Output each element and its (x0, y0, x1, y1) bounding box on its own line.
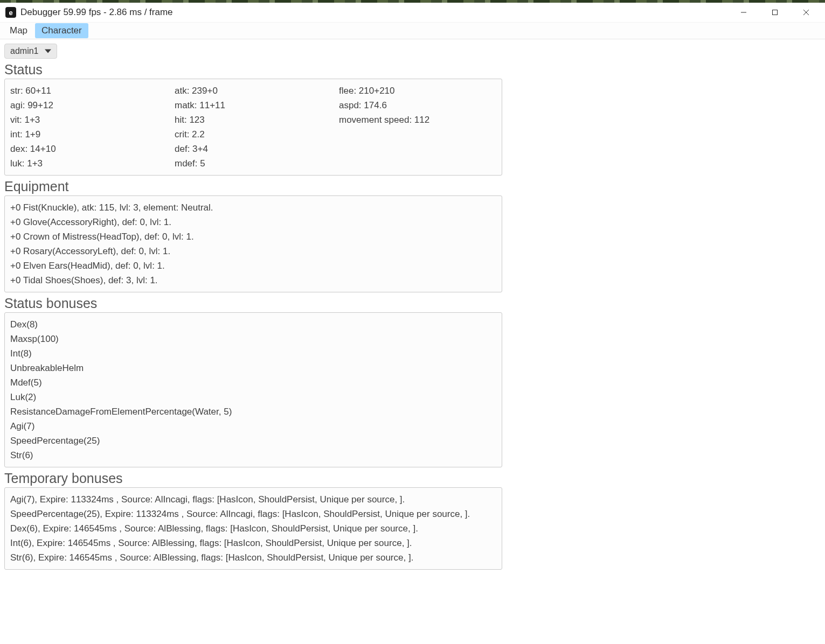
titlebar[interactable]: e Debugger 59.99 fps - 2.86 ms / frame (0, 3, 825, 22)
equipment-item: +0 Rosary(AccessoryLeft), def: 0, lvl: 1… (10, 244, 496, 258)
minimize-icon (740, 9, 747, 16)
status-heading: Status (4, 62, 821, 78)
stat-str: str: 60+11 (10, 83, 175, 98)
equipment-item: +0 Tidal Shoes(Shoes), def: 3, lvl: 1. (10, 273, 496, 288)
stat-vit: vit: 1+3 (10, 113, 175, 127)
stat-dex: dex: 14+10 (10, 142, 175, 156)
status-col-tertiary: flee: 210+210 aspd: 174.6 movement speed… (339, 83, 496, 171)
temporary-bonus-item: Int(6), Expire: 146545ms , Source: AlBle… (10, 536, 496, 550)
status-col-primary: str: 60+11 agi: 99+12 vit: 1+3 int: 1+9 … (10, 83, 175, 171)
close-button[interactable] (791, 3, 822, 22)
minimize-button[interactable] (728, 3, 759, 22)
temporary-bonus-item: Str(6), Expire: 146545ms , Source: AlBle… (10, 550, 496, 565)
stat-matk: matk: 11+11 (175, 98, 339, 113)
temporary-bonus-item: SpeedPercentage(25), Expire: 113324ms , … (10, 507, 496, 521)
status-panel: str: 60+11 agi: 99+12 vit: 1+3 int: 1+9 … (4, 79, 502, 176)
stat-crit: crit: 2.2 (175, 127, 339, 142)
menu-item-character[interactable]: Character (35, 23, 88, 38)
equipment-item: +0 Crown of Mistress(HeadTop), def: 0, l… (10, 229, 496, 244)
equipment-item: +0 Elven Ears(HeadMid), def: 0, lvl: 1. (10, 258, 496, 273)
stat-aspd: aspd: 174.6 (339, 98, 496, 113)
stat-agi: agi: 99+12 (10, 98, 175, 113)
stat-atk: atk: 239+0 (175, 83, 339, 98)
maximize-button[interactable] (759, 3, 791, 22)
status-bonus-item: UnbreakableHelm (10, 361, 496, 375)
window-title: Debugger 59.99 fps - 2.86 ms / frame (20, 7, 173, 18)
stat-def: def: 3+4 (175, 142, 339, 156)
stat-flee: flee: 210+210 (339, 83, 496, 98)
stat-hit: hit: 123 (175, 113, 339, 127)
status-bonus-item: ResistanceDamageFromElementPercentage(Wa… (10, 404, 496, 419)
equipment-item: +0 Fist(Knuckle), atk: 115, lvl: 3, elem… (10, 200, 496, 215)
stat-int: int: 1+9 (10, 127, 175, 142)
stat-luk: luk: 1+3 (10, 156, 175, 171)
character-selector-value: admin1 (10, 46, 38, 56)
status-bonus-item: Int(8) (10, 346, 496, 361)
status-bonuses-heading: Status bonuses (4, 296, 821, 311)
app-icon: e (5, 7, 16, 18)
temporary-bonus-item: Dex(6), Expire: 146545ms , Source: AlBle… (10, 521, 496, 536)
status-bonus-item: Maxsp(100) (10, 332, 496, 346)
status-bonus-item: Mdef(5) (10, 375, 496, 390)
temporary-bonus-item: Agi(7), Expire: 113324ms , Source: AlInc… (10, 492, 496, 507)
stat-movement-speed: movement speed: 112 (339, 113, 496, 127)
equipment-panel: +0 Fist(Knuckle), atk: 115, lvl: 3, elem… (4, 195, 502, 292)
equipment-item: +0 Glove(AccessoryRight), def: 0, lvl: 1… (10, 215, 496, 229)
equipment-heading: Equipment (4, 179, 821, 194)
close-icon (803, 9, 809, 16)
menu-item-map[interactable]: Map (3, 23, 34, 38)
status-bonus-item: Agi(7) (10, 419, 496, 433)
svg-rect-0 (773, 10, 778, 15)
status-bonus-item: SpeedPercentage(25) (10, 433, 496, 448)
status-bonus-item: Str(6) (10, 448, 496, 463)
temporary-bonuses-heading: Temporary bonuses (4, 471, 821, 486)
status-bonus-item: Dex(8) (10, 317, 496, 332)
status-bonus-item: Luk(2) (10, 390, 496, 404)
stat-mdef: mdef: 5 (175, 156, 339, 171)
menubar: Map Character (0, 22, 825, 39)
character-selector[interactable]: admin1 (4, 44, 57, 59)
maximize-icon (772, 9, 778, 16)
temporary-bonuses-panel: Agi(7), Expire: 113324ms , Source: AlInc… (4, 487, 502, 570)
chevron-down-icon (45, 50, 51, 53)
content: admin1 Status str: 60+11 agi: 99+12 vit:… (0, 39, 825, 570)
status-col-secondary: atk: 239+0 matk: 11+11 hit: 123 crit: 2.… (175, 83, 339, 171)
status-bonuses-panel: Dex(8) Maxsp(100) Int(8) UnbreakableHelm… (4, 312, 502, 467)
